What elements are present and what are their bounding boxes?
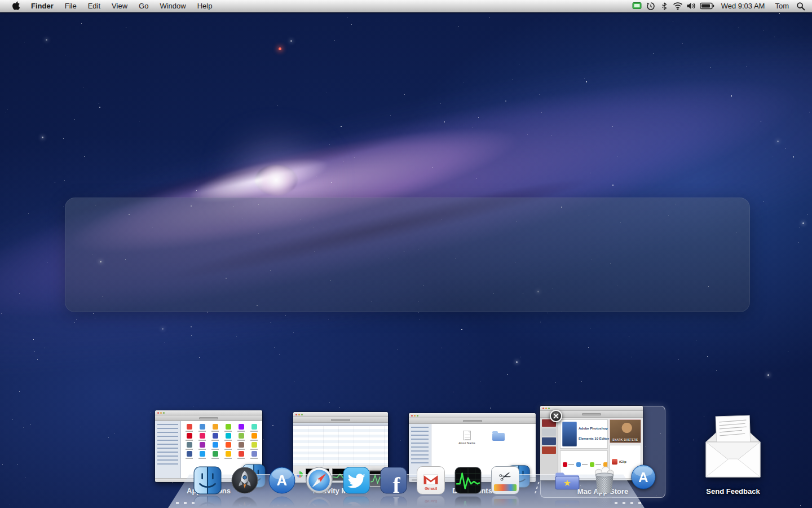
star	[453, 392, 453, 392]
star	[95, 318, 95, 319]
star	[788, 351, 788, 352]
desktop[interactable]: Finder File Edit View Go Window Help	[0, 0, 812, 508]
dock-facebook-icon[interactable]: f	[379, 466, 408, 494]
minimize-traffic-light	[298, 414, 300, 415]
star	[93, 313, 94, 314]
star	[767, 374, 769, 376]
star	[199, 357, 200, 358]
star	[516, 361, 518, 363]
star	[519, 64, 520, 64]
menu-window[interactable]: Window	[154, 0, 191, 12]
dock-runway-marks	[176, 502, 196, 504]
menu-file[interactable]: File	[59, 0, 82, 12]
star	[19, 294, 20, 294]
user-menu[interactable]: Tom	[770, 2, 794, 10]
am-toolbar	[293, 417, 388, 423]
dock-app-store-icon[interactable]: A	[268, 466, 296, 494]
star	[293, 332, 294, 333]
star	[654, 53, 654, 54]
minimize-traffic-light	[160, 412, 162, 414]
zoom-traffic-light	[163, 412, 165, 414]
star	[34, 351, 34, 352]
green-display-icon[interactable]	[630, 0, 644, 12]
mini-app-icon	[196, 433, 208, 441]
star	[108, 437, 109, 437]
close-traffic-light	[411, 415, 413, 417]
star	[196, 190, 197, 191]
star	[329, 402, 330, 402]
dock-separator	[528, 466, 544, 494]
dock-screenshot-icon[interactable]: ✂	[491, 466, 519, 494]
close-traffic-light	[295, 414, 297, 415]
window-titlebar	[293, 412, 388, 417]
dock-applications-folder-icon[interactable]: ★	[553, 466, 581, 494]
star	[99, 103, 99, 104]
bluetooth-icon[interactable]	[657, 0, 671, 12]
star	[64, 180, 65, 181]
star	[74, 119, 74, 120]
star	[334, 40, 335, 41]
dock-icons: A f Gmail ✂	[193, 466, 619, 494]
zoom-traffic-light	[548, 408, 550, 409]
star	[6, 112, 6, 112]
dock-safari-icon[interactable]	[305, 466, 333, 494]
star	[586, 81, 587, 82]
menu-finder[interactable]: Finder	[25, 0, 59, 12]
star	[398, 349, 398, 350]
dock-gmail-icon[interactable]: Gmail	[417, 466, 445, 494]
star	[81, 427, 81, 427]
mini-app-icon	[183, 424, 195, 432]
star	[76, 319, 77, 320]
promo-cover	[542, 437, 556, 445]
apple-menu[interactable]	[7, 0, 25, 12]
dock-trash-icon[interactable]	[590, 466, 619, 494]
star	[42, 137, 43, 138]
star	[19, 391, 20, 392]
star	[693, 440, 694, 440]
mini-app-icon	[248, 424, 260, 432]
menu-help[interactable]: Help	[192, 0, 218, 12]
zoom-traffic-light	[301, 414, 303, 415]
dock-runway-marks	[615, 502, 642, 504]
file-label: About Stacks	[458, 441, 475, 445]
featured-title-line2: Elements 10 Editor	[579, 437, 609, 440]
star	[590, 173, 590, 173]
star	[33, 339, 34, 340]
spotlight-icon[interactable]	[794, 0, 807, 12]
volume-icon[interactable]	[685, 0, 698, 12]
star	[236, 336, 237, 337]
star	[748, 147, 748, 147]
star	[351, 24, 352, 25]
mini-app-icon	[222, 433, 234, 441]
clock-menu[interactable]: Wed 9:03 AM	[716, 2, 770, 10]
wifi-icon[interactable]	[671, 0, 685, 12]
featured-app-card: Adobe Photoshop Elements 10 Editor	[560, 419, 608, 449]
menu-go[interactable]: Go	[133, 0, 154, 12]
dock-finder-icon[interactable]	[193, 466, 222, 494]
close-window-button[interactable]	[550, 410, 562, 422]
star	[584, 78, 585, 79]
gmail-wordmark: Gmail	[425, 486, 437, 491]
star	[7, 110, 8, 110]
star	[114, 433, 115, 433]
dock-launchpad-icon[interactable]	[231, 466, 259, 494]
star	[191, 326, 192, 327]
folder-icon	[492, 433, 505, 441]
battery-icon[interactable]	[698, 0, 716, 12]
dock-activity-monitor-icon[interactable]	[454, 466, 482, 494]
star	[63, 207, 64, 207]
dock-twitter-icon[interactable]	[342, 466, 370, 494]
star	[419, 319, 420, 320]
star	[271, 322, 271, 323]
menu-edit[interactable]: Edit	[82, 0, 106, 12]
menu-view[interactable]: View	[106, 0, 133, 12]
star	[285, 316, 286, 316]
toolbar-tabs	[582, 413, 601, 415]
menu-bar: Finder File Edit View Go Window Help	[0, 0, 812, 12]
time-machine-icon[interactable]	[644, 0, 657, 12]
star	[464, 82, 464, 82]
star	[277, 105, 277, 106]
star	[679, 442, 679, 443]
star	[290, 40, 292, 42]
star	[612, 126, 613, 127]
